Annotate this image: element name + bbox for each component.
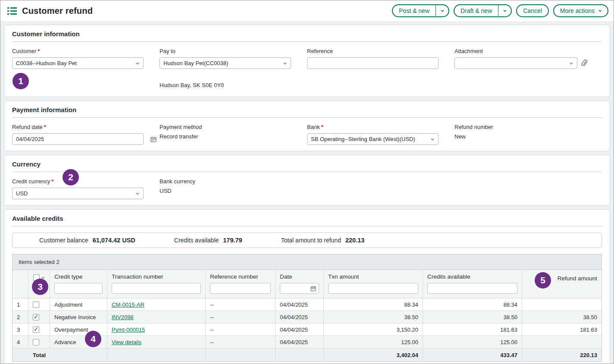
- credit-type-cell: Adjustment: [50, 298, 107, 311]
- row-checkbox[interactable]: [33, 314, 39, 320]
- more-actions-button[interactable]: More actions: [553, 4, 608, 17]
- customer-balance-label: Customer balance: [39, 237, 88, 244]
- table-row: 2 Negative Invoice INV2098 -- 04/04/2025…: [13, 311, 601, 323]
- draft-and-new-button[interactable]: Draft & new: [454, 4, 512, 17]
- pay-to-address: Hudson Bay, SK S0E 0Y0: [160, 82, 307, 88]
- draft-and-new-dropdown[interactable]: [498, 5, 511, 16]
- topbar-actions: Post & new Draft & new Cancel More actio…: [392, 4, 608, 17]
- credits-table: Items selected 2 Credit type: [12, 254, 602, 362]
- chevron-down-icon: [569, 61, 573, 66]
- row-number: 2: [13, 311, 28, 323]
- credit-type-filter-input[interactable]: [54, 283, 103, 294]
- refund-date-field-group: Refund date* 04/04/2025: [12, 124, 160, 145]
- required-asterisk: *: [321, 124, 323, 130]
- attachment-label: Attachment: [454, 48, 602, 54]
- callout-badge-2: 2: [63, 169, 79, 185]
- credit-currency-select[interactable]: USD: [12, 188, 144, 199]
- total-credits-available: 433.47: [423, 348, 522, 361]
- reference-number-cell: --: [206, 298, 276, 311]
- credits-available-value: 179.79: [223, 237, 242, 244]
- credit-type-cell: Negative Invoice: [50, 311, 107, 323]
- cancel-button[interactable]: Cancel: [516, 4, 549, 17]
- credits-available-filter-input[interactable]: [427, 283, 517, 294]
- txn-amount-cell: 38.50: [324, 311, 423, 323]
- total-refund-label: Total amount to refund: [281, 237, 341, 244]
- transaction-number-filter-input[interactable]: [112, 283, 201, 294]
- callout-badge-4: 4: [85, 331, 101, 347]
- pay-to-field-group: Pay to Hudson Bay Pet(CC0038) Hudson Bay…: [160, 48, 307, 88]
- pay-to-label: Pay to: [160, 48, 307, 54]
- row-checkbox[interactable]: [33, 339, 39, 345]
- customer-refund-page: Customer refund Post & new Draft & new C…: [0, 0, 614, 364]
- customer-information-section: Customer information Customer* C0038--Hu…: [4, 25, 610, 97]
- refund-date-label: Refund date: [12, 124, 43, 130]
- table-row: 3 Overpayment Pymt-000015 -- 04/04/2025 …: [13, 323, 601, 336]
- calendar-icon[interactable]: [150, 136, 157, 142]
- payment-information-section: Payment information Refund date* 04/04/2…: [4, 100, 610, 151]
- top-bar: Customer refund Post & new Draft & new C…: [0, 0, 614, 21]
- customer-select[interactable]: C0038--Hudson Bay Pet: [12, 57, 144, 69]
- payment-information-title: Payment information: [12, 106, 602, 118]
- refund-date-input[interactable]: 04/04/2025: [12, 133, 144, 145]
- reference-number-filter-input[interactable]: [210, 283, 271, 294]
- more-actions-chevron-icon: [598, 9, 608, 13]
- calendar-icon[interactable]: [310, 286, 316, 291]
- total-refund-amount: 220.13: [522, 348, 601, 361]
- page-title: Customer refund: [22, 6, 93, 16]
- chevron-down-icon: [430, 137, 435, 141]
- transaction-link[interactable]: Pymt-000015: [112, 326, 145, 333]
- bank-currency-value: USD: [160, 188, 307, 194]
- credits-available-cell: 38.50: [423, 311, 522, 323]
- reference-input[interactable]: [307, 57, 439, 69]
- date-cell: 04/04/2025: [276, 336, 324, 348]
- reference-number-cell: --: [206, 323, 276, 336]
- post-and-new-button[interactable]: Post & new: [392, 4, 449, 17]
- callout-badge-3: 3: [32, 279, 48, 295]
- callout-badge-5: 5: [535, 272, 551, 289]
- items-selected-bar: Items selected 2: [13, 254, 601, 270]
- balance-summary-bar: Customer balance61,074.42 USD Credits av…: [12, 232, 602, 248]
- attachment-select[interactable]: [454, 57, 577, 69]
- table-row: 1 Adjustment CM-0015-AR -- 04/04/2025 88…: [13, 298, 601, 311]
- transaction-link[interactable]: CM-0015-AR: [112, 301, 144, 308]
- credits-available-cell: 88.34: [423, 298, 522, 311]
- pay-to-select[interactable]: Hudson Bay Pet(CC0038): [160, 57, 291, 69]
- reference-number-cell: --: [206, 311, 276, 323]
- bank-currency-label: Bank currency: [160, 178, 307, 185]
- currency-title: Currency: [12, 160, 602, 172]
- credits-available-cell: 125.00: [423, 336, 522, 348]
- refund-amount-cell[interactable]: [522, 298, 601, 311]
- txn-amount-filter-input[interactable]: [328, 283, 418, 294]
- required-asterisk: *: [44, 124, 46, 130]
- post-and-new-dropdown[interactable]: [435, 5, 448, 16]
- bank-currency-field-group: Bank currency USD: [160, 178, 307, 199]
- required-asterisk: *: [38, 48, 40, 54]
- payment-method-label: Payment method: [160, 124, 307, 130]
- currency-section: Currency Credit currency* USD Bank curre…: [4, 155, 610, 206]
- reference-number-cell: --: [206, 336, 276, 348]
- credit-currency-label: Credit currency: [12, 178, 50, 185]
- total-label: Total: [28, 348, 107, 361]
- refund-number-value: New: [454, 133, 602, 140]
- reference-number-header: Reference number: [206, 270, 276, 298]
- refund-amount-cell[interactable]: [522, 336, 601, 348]
- row-checkbox[interactable]: [33, 326, 39, 333]
- payment-method-value: Record transfer: [160, 133, 307, 140]
- table-header-row: Credit type Transaction number Reference…: [13, 270, 601, 298]
- date-cell: 04/04/2025: [276, 298, 324, 311]
- txn-amount-cell: 125.00: [324, 336, 423, 348]
- refund-amount-cell[interactable]: 38.50: [522, 311, 601, 323]
- refund-amount-cell[interactable]: 181.63: [522, 323, 601, 336]
- refund-number-label: Refund number: [454, 124, 602, 130]
- row-number-header: [13, 270, 28, 298]
- row-checkbox[interactable]: [33, 301, 39, 308]
- available-credits-title: Available credits: [12, 215, 602, 226]
- txn-amount-cell: 3,150.20: [324, 323, 423, 336]
- bank-select[interactable]: SB Operating--Sterling Bank (West)(USD): [307, 133, 439, 145]
- reference-field-group: Reference: [307, 48, 454, 88]
- transaction-link[interactable]: INV2098: [112, 314, 134, 320]
- date-header: Date: [276, 270, 324, 298]
- view-details-link[interactable]: View details: [112, 339, 141, 345]
- paperclip-icon[interactable]: [581, 60, 587, 67]
- list-menu-icon[interactable]: [7, 7, 17, 15]
